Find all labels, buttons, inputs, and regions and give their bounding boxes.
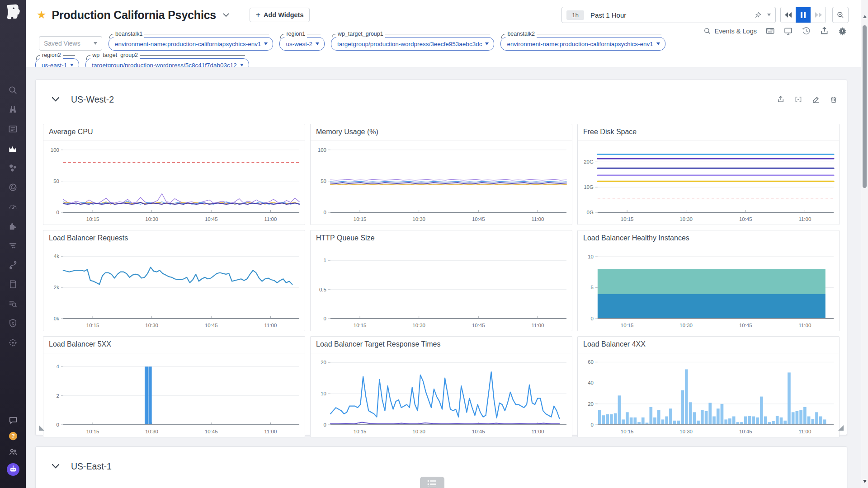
widget-lb-response-times[interactable]: Load Balancer Target Response Times 0102… bbox=[310, 336, 572, 437]
forward-button[interactable] bbox=[811, 7, 826, 23]
scrollbar-up-arrow[interactable] bbox=[863, 15, 867, 18]
svg-text:11:00: 11:00 bbox=[531, 323, 544, 328]
svg-text:0: 0 bbox=[590, 422, 593, 427]
events-list-icon[interactable] bbox=[8, 124, 18, 134]
time-range-label: Past 1 Hour bbox=[590, 11, 626, 19]
group-title: US-West-2 bbox=[71, 94, 114, 105]
variable-pill[interactable]: environment-name:production-californiaps… bbox=[108, 37, 273, 51]
monitors-icon[interactable] bbox=[8, 182, 18, 192]
keyboard-shortcuts-icon[interactable] bbox=[765, 26, 775, 36]
plus-icon: + bbox=[256, 10, 260, 19]
time-range-chevron-icon[interactable] bbox=[767, 14, 771, 16]
widget-lb-requests[interactable]: Load Balancer Requests 0k2k4k10:1510:301… bbox=[43, 230, 305, 331]
widget-list-button[interactable] bbox=[420, 477, 444, 488]
widget-memory-usage[interactable]: Memory Usage (%) 05010010:1510:3010:4511… bbox=[310, 124, 572, 225]
delete-trash-icon[interactable] bbox=[830, 95, 838, 103]
svg-text:0: 0 bbox=[323, 210, 326, 215]
template-variables: Saved Views beanstalk1 environment-name:… bbox=[26, 25, 861, 72]
org-users-icon[interactable] bbox=[8, 447, 18, 457]
metrics-gauge-icon[interactable] bbox=[8, 202, 18, 212]
events-logs-button[interactable]: Events & Logs bbox=[703, 27, 757, 35]
datadog-logo-icon[interactable] bbox=[4, 3, 21, 20]
infrastructure-hexagons-icon[interactable] bbox=[8, 163, 18, 173]
rewind-button[interactable] bbox=[781, 7, 796, 23]
svg-text:0: 0 bbox=[323, 316, 326, 321]
integrations-puzzle-icon[interactable] bbox=[8, 221, 18, 231]
favorite-star-icon[interactable]: ★ bbox=[37, 9, 47, 20]
variable-pill[interactable]: us-west-2 bbox=[279, 37, 325, 51]
add-widgets-label: Add Widgets bbox=[264, 11, 303, 19]
sidebar-bottom: ? bbox=[0, 415, 26, 476]
widget-lb-4xx[interactable]: Load Balancer 4XX 020406010:1510:3010:45… bbox=[577, 336, 840, 437]
group-collapse-chevron-icon[interactable] bbox=[51, 97, 60, 102]
time-range-selector[interactable]: 1h Past 1 Hour bbox=[561, 7, 776, 23]
service-map-icon[interactable] bbox=[8, 260, 18, 270]
scrollbar-down-arrow[interactable] bbox=[863, 480, 867, 483]
widget-lb-healthy-instances[interactable]: Load Balancer Healthy Instances 051010:1… bbox=[577, 230, 840, 331]
tv-mode-icon[interactable] bbox=[783, 26, 793, 36]
svg-text:10:45: 10:45 bbox=[205, 429, 218, 434]
export-icon[interactable] bbox=[777, 95, 785, 103]
pill-chevron-icon bbox=[264, 42, 268, 45]
saved-views-dropdown[interactable]: Saved Views bbox=[39, 36, 102, 51]
gear-icon[interactable] bbox=[838, 26, 847, 36]
saved-views-chevron-icon bbox=[94, 42, 97, 45]
search-icon bbox=[703, 27, 711, 35]
playback-controls bbox=[780, 7, 826, 23]
user-avatar[interactable] bbox=[6, 463, 20, 476]
svg-text:10:15: 10:15 bbox=[621, 429, 634, 434]
svg-text:10:45: 10:45 bbox=[739, 216, 752, 222]
group-collapse-chevron-icon[interactable] bbox=[51, 464, 60, 469]
svg-text:1: 1 bbox=[323, 258, 326, 263]
add-widgets-button[interactable]: + Add Widgets bbox=[250, 8, 310, 22]
chat-icon[interactable] bbox=[8, 415, 18, 425]
history-icon[interactable] bbox=[802, 26, 811, 36]
dashboards-icon[interactable] bbox=[8, 143, 18, 154]
log-explorer-icon[interactable] bbox=[8, 299, 18, 309]
svg-text:10:45: 10:45 bbox=[472, 323, 485, 328]
help-icon[interactable]: ? bbox=[8, 431, 18, 441]
svg-text:60: 60 bbox=[588, 359, 594, 365]
apm-traces-icon[interactable] bbox=[8, 240, 18, 251]
widget-free-disk-space[interactable]: Free Disk Space 0G10G20G10:1510:3010:451… bbox=[577, 124, 840, 225]
dashboard-canvas: US-West-2 Average CPU 05010010:1510:3010… bbox=[26, 67, 861, 488]
edit-pencil-icon[interactable] bbox=[812, 95, 820, 103]
pill-chevron-icon bbox=[485, 42, 489, 45]
chart-memory-usage: 05010010:1510:3010:4511:00 bbox=[311, 141, 572, 224]
variable-beanstalk1: beanstalk1 environment-name:production-c… bbox=[108, 33, 273, 51]
datadog-dashboard-page: ? ★ Production California Psychics + Add… bbox=[0, 0, 868, 488]
variable-pill[interactable]: targetgroup/production-wordpress/3eecfe9… bbox=[331, 37, 494, 51]
zoom-out-button[interactable] bbox=[832, 7, 849, 23]
top-bar: ★ Production California Psychics + Add W… bbox=[26, 0, 861, 67]
svg-text:10:30: 10:30 bbox=[145, 323, 158, 328]
list-icon bbox=[427, 480, 437, 487]
svg-text:10:30: 10:30 bbox=[412, 323, 425, 328]
pause-button[interactable] bbox=[796, 7, 811, 23]
svg-text:0G: 0G bbox=[587, 210, 594, 215]
pin-icon[interactable] bbox=[754, 11, 762, 19]
widget-title: HTTP Queue Size bbox=[311, 230, 572, 247]
svg-text:?: ? bbox=[11, 433, 15, 439]
page-scrollbar[interactable] bbox=[861, 0, 868, 488]
widget-average-cpu[interactable]: Average CPU 05010010:1510:3010:4511:00 bbox=[43, 124, 305, 225]
svg-text:20G: 20G bbox=[584, 159, 594, 164]
share-icon[interactable] bbox=[820, 26, 829, 36]
svg-text:0: 0 bbox=[56, 422, 59, 427]
security-shield-icon[interactable] bbox=[8, 318, 18, 328]
variable-pill[interactable]: environment-name:production-californiaps… bbox=[500, 37, 665, 51]
widget-http-queue-size[interactable]: HTTP Queue Size 00.5110:1510:3010:4511:0… bbox=[310, 230, 572, 331]
widget-lb-5xx[interactable]: Load Balancer 5XX 02410:1510:3010:4511:0… bbox=[43, 336, 305, 437]
svg-text:0k: 0k bbox=[54, 316, 59, 321]
widget-grid: Average CPU 05010010:1510:3010:4511:00 M… bbox=[36, 124, 847, 437]
svg-text:4: 4 bbox=[56, 364, 59, 369]
copy-icon[interactable] bbox=[794, 95, 802, 103]
scrollbar-thumb[interactable] bbox=[863, 25, 867, 188]
notebooks-icon[interactable] bbox=[8, 279, 18, 290]
watchdog-binoculars-icon[interactable] bbox=[8, 104, 18, 115]
variable-label: beanstalk2 bbox=[505, 31, 536, 38]
widget-title: Load Balancer 5XX bbox=[43, 337, 305, 353]
network-globe-icon[interactable] bbox=[8, 338, 18, 348]
title-chevron-down-icon[interactable] bbox=[222, 13, 230, 17]
events-logs-label: Events & Logs bbox=[715, 28, 757, 35]
search-icon[interactable] bbox=[8, 85, 18, 95]
